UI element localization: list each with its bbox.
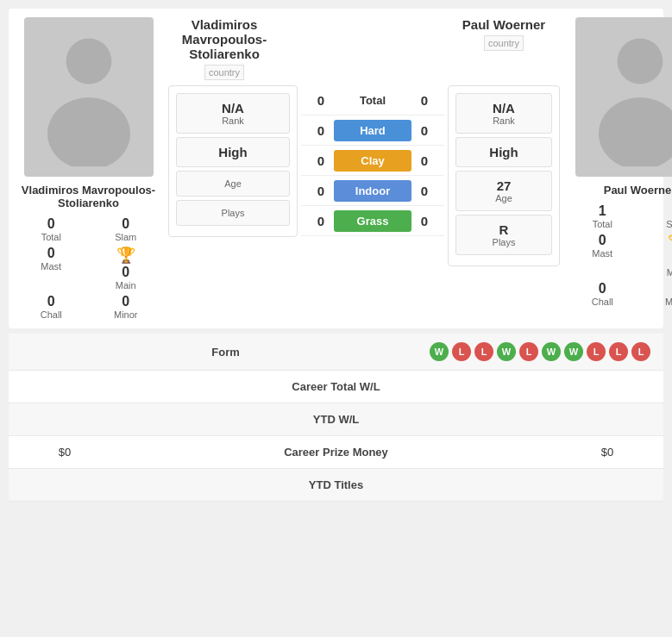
left-stat-total: 0 Total [17, 216, 85, 242]
career-prize-left: $0 [22, 446, 108, 459]
left-country-flag: country [204, 65, 244, 80]
middle-wrapper: Vladimiros Mavropoulos-Stoliarenko count… [168, 17, 560, 320]
right-plays-label: Plays [463, 237, 544, 247]
total-row: 0 Total 0 [301, 85, 444, 116]
right-total-label: Total [593, 219, 612, 229]
form-badge-w: W [542, 342, 561, 361]
right-name-col: Paul Woerner country [448, 17, 560, 51]
right-trophy-main: 🏆 0 Main [644, 233, 673, 278]
right-stat-slam: 0 Slam [644, 203, 673, 229]
right-main-label: Main [667, 267, 672, 278]
right-total-value: 1 [599, 203, 606, 219]
hard-right-val: 0 [411, 123, 437, 138]
right-stat-minor: 0 Minor [644, 281, 673, 307]
left-main-label: Main [116, 280, 136, 290]
svg-point-1 [47, 97, 130, 166]
right-player-name: Paul Woerner [604, 184, 672, 197]
names-and-flags: Vladimiros Mavropoulos-Stoliarenko count… [168, 17, 560, 80]
ytd-titles-row: YTD Titles [9, 469, 663, 502]
right-chall-label: Chall [592, 297, 613, 307]
left-chall-label: Chall [41, 309, 62, 320]
main-container: Vladimiros Mavropoulos-Stoliarenko 0 Tot… [0, 0, 672, 510]
form-badge-l: L [474, 342, 493, 361]
form-badges: WLLWLWWLLL [430, 342, 650, 361]
left-rank-label: Rank [184, 116, 282, 126]
total-label-wrap: Total [334, 94, 411, 107]
left-stat-mast: 0 Mast [17, 246, 85, 290]
grass-button[interactable]: Grass [334, 210, 411, 232]
form-badge-l: L [452, 342, 471, 361]
indoor-right-val: 0 [411, 184, 437, 198]
hard-label-wrap: Hard [334, 120, 411, 141]
left-stat-chall: 0 Chall [17, 294, 85, 320]
form-row: Form WLLWLWWLLL [9, 334, 663, 371]
total-left-val: 0 [308, 93, 334, 108]
left-slam-label: Slam [115, 232, 136, 242]
left-mid-card: N/A Rank High Age Plays [168, 85, 298, 237]
right-rank-label: Rank [463, 116, 544, 126]
left-stat-slam: 0 Slam [92, 216, 160, 242]
hard-button[interactable]: Hard [334, 120, 411, 141]
left-stats-grid: 0 Total 0 Slam 0 Mast 🏆 0 Main 0 [13, 216, 164, 320]
form-badge-l: L [609, 342, 628, 361]
indoor-row: 0 Indoor 0 [301, 176, 444, 206]
clay-button[interactable]: Clay [334, 150, 411, 172]
total-right-val: 0 [411, 93, 437, 108]
right-mast-value: 0 [599, 233, 606, 248]
left-player-name-header: Vladimiros Mavropoulos-Stoliarenko [168, 17, 280, 61]
right-mast-label: Mast [592, 248, 612, 259]
career-prize-row: $0 Career Prize Money $0 [9, 436, 663, 469]
ytd-wl-label: YTD W/L [22, 413, 650, 426]
right-stats-grid: 1 Total 0 Slam 0 Mast 🏆 0 Main 0 [564, 203, 672, 307]
right-player-card: Paul Woerner 1 Total 0 Slam 0 Mast 🏆 0 [564, 17, 672, 320]
right-high-box: High [455, 137, 552, 167]
center-col: 0 Total 0 0 Hard 0 [301, 85, 444, 236]
comparison-section: Vladimiros Mavropoulos-Stoliarenko 0 Tot… [9, 9, 663, 328]
left-total-label: Total [41, 232, 61, 242]
career-prize-label: Career Prize Money [108, 446, 564, 459]
left-minor-label: Minor [114, 309, 138, 320]
left-high-value: High [184, 145, 282, 159]
form-label: Form [22, 346, 430, 359]
left-player-avatar [24, 17, 154, 177]
right-plays-box: R Plays [455, 215, 552, 255]
clay-right-val: 0 [411, 153, 437, 168]
right-rank-box: N/A Rank [455, 93, 552, 134]
grass-right-val: 0 [411, 214, 437, 228]
right-high-value: High [463, 145, 544, 159]
right-stat-total: 1 Total [568, 203, 637, 229]
ytd-titles-label: YTD Titles [22, 478, 650, 491]
right-country-flag: country [484, 35, 524, 51]
left-mast-label: Mast [41, 261, 61, 272]
grass-label-wrap: Grass [334, 210, 411, 232]
left-minor-value: 0 [122, 294, 129, 309]
indoor-button[interactable]: Indoor [334, 180, 411, 202]
clay-left-val: 0 [308, 153, 334, 168]
left-rank-value: N/A [184, 101, 282, 116]
svg-point-2 [617, 38, 663, 84]
form-badge-l: L [519, 342, 538, 361]
left-age-label: Age [184, 178, 282, 189]
total-label: Total [360, 94, 386, 107]
form-badge-w: W [497, 342, 516, 361]
form-badge-w: W [430, 342, 449, 361]
right-minor-label: Minor [665, 297, 672, 307]
career-prize-right: $0 [564, 446, 650, 459]
right-age-box: 27 Age [455, 171, 552, 211]
right-chall-value: 0 [599, 281, 606, 297]
form-badge-l: L [631, 342, 650, 361]
right-stat-chall: 0 Chall [568, 281, 637, 307]
left-main-value: 0 [122, 265, 129, 280]
career-total-label: Career Total W/L [22, 380, 650, 393]
left-player-name: Vladimiros Mavropoulos-Stoliarenko [13, 184, 164, 209]
right-mid-card: N/A Rank High 27 Age R Plays [448, 85, 560, 266]
career-total-row: Career Total W/L [9, 371, 663, 403]
bottom-section: Form WLLWLWWLLL Career Total W/L YTD W/L… [9, 334, 663, 502]
left-mast-value: 0 [47, 246, 55, 261]
clay-row: 0 Clay 0 [301, 146, 444, 176]
hard-row: 0 Hard 0 [301, 116, 444, 146]
left-trophy-icon: 🏆 [116, 246, 135, 265]
form-badge-l: L [587, 342, 606, 361]
left-rank-box: N/A Rank [176, 93, 290, 134]
clay-label-wrap: Clay [334, 150, 411, 172]
